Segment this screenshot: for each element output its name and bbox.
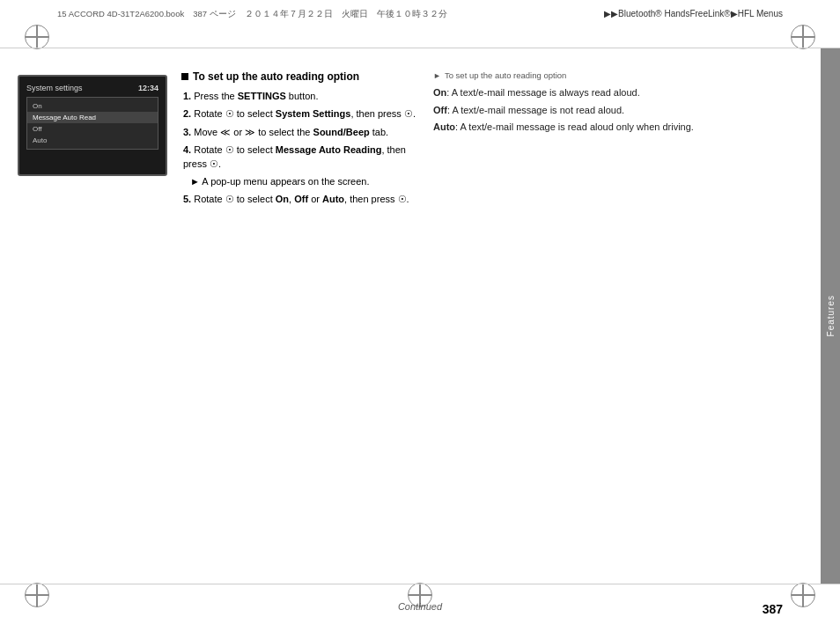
step-5-dial2: ☉ — [398, 194, 407, 204]
screen-menu-item-off: Off — [27, 123, 158, 135]
step-3-num: 3. — [183, 127, 191, 137]
section-title: To set up the auto reading option — [181, 70, 419, 83]
step-1-num: 1. — [183, 91, 191, 101]
info-off-label: Off — [433, 105, 447, 115]
arrow-indicator: ► — [190, 176, 200, 187]
step-4-bold: Message Auto Reading — [276, 144, 382, 155]
info-box-title-text: To set up the auto reading option — [445, 70, 566, 80]
top-bar: 15 ACCORD 4D-31T2A6200.book 387 ページ ２０１４… — [0, 0, 840, 48]
content-area: System settings 12:34 On Message Auto Re… — [0, 48, 821, 584]
steps-column: To set up the auto reading option 1. Pre… — [181, 66, 419, 566]
screen-image: System settings 12:34 On Message Auto Re… — [18, 75, 167, 176]
section-title-text: To set up the auto reading option — [193, 70, 359, 83]
info-box-title: ► To set up the auto reading option — [433, 70, 794, 80]
file-info: 15 ACCORD 4D-31T2A6200.book 387 ページ ２０１４… — [57, 9, 447, 20]
step-2-dial1: ☉ — [225, 108, 234, 119]
step-1: 1. Press the SETTINGS button. — [181, 90, 419, 103]
screen-time: 12:34 — [138, 84, 158, 92]
sidebar-label: Features — [826, 295, 836, 336]
step-4-dial1: ☉ — [225, 144, 234, 155]
continued-text: Continued — [398, 601, 442, 612]
step-3: 3. Move ≪ or ≫ to select the Sound/Beep … — [181, 126, 419, 139]
step-5-auto: Auto — [322, 194, 344, 204]
step-3-left: ≪ — [220, 127, 231, 137]
steps-list: 1. Press the SETTINGS button. 2. Rotate … — [181, 90, 419, 207]
screen-title: System settings — [26, 84, 83, 92]
step-2-dial2: ☉ — [404, 108, 413, 119]
info-on: On: A text/e-mail message is always read… — [433, 85, 794, 100]
info-column: ► To set up the auto reading option On: … — [433, 66, 794, 566]
info-on-label: On — [433, 87, 446, 98]
step-5-dial1: ☉ — [225, 194, 234, 204]
step-2: 2. Rotate ☉ to select System Settings, t… — [181, 107, 419, 121]
step-2-bold: System Settings — [276, 108, 351, 119]
step-4-dial2: ☉ — [210, 158, 218, 169]
info-auto-label: Auto — [433, 121, 455, 132]
step-4: 4. Rotate ☉ to select Message Auto Readi… — [181, 143, 419, 171]
step-4-num: 4. — [183, 144, 191, 155]
info-auto: Auto: A text/e-mail message is read alou… — [433, 120, 794, 135]
step-5-num: 5. — [183, 194, 191, 204]
bottom-bar: Continued 387 — [0, 584, 840, 632]
step-note: ► A pop-up menu appears on the screen. — [181, 175, 419, 188]
info-box-title-arrow: ► — [433, 71, 441, 80]
page-number: 387 — [763, 602, 783, 616]
screen-menu-item-msg: Message Auto Read — [27, 112, 158, 123]
info-content: On: A text/e-mail message is always read… — [433, 85, 794, 135]
breadcrumb: ▶▶Bluetooth® HandsFreeLink®▶HFL Menus — [604, 9, 783, 18]
step-3-bold: Sound/Beep — [313, 127, 370, 137]
section-title-icon — [181, 73, 188, 80]
step-2-num: 2. — [183, 108, 191, 119]
info-off: Off: A text/e-mail message is not read a… — [433, 103, 794, 118]
step-5-on: On — [276, 194, 289, 204]
step-5: 5. Rotate ☉ to select On, Off or Auto, t… — [181, 193, 419, 206]
screen-menu-item-auto: Auto — [27, 135, 158, 146]
screen-menu: On Message Auto Read Off Auto — [26, 97, 158, 150]
step-5-off: Off — [294, 194, 308, 204]
screen-menu-item-on: On — [27, 100, 158, 112]
step-1-bold: SETTINGS — [238, 91, 286, 101]
screen-title-bar: System settings 12:34 — [26, 84, 158, 92]
step-3-right: ≫ — [245, 127, 255, 137]
right-sidebar: Features — [821, 48, 840, 584]
